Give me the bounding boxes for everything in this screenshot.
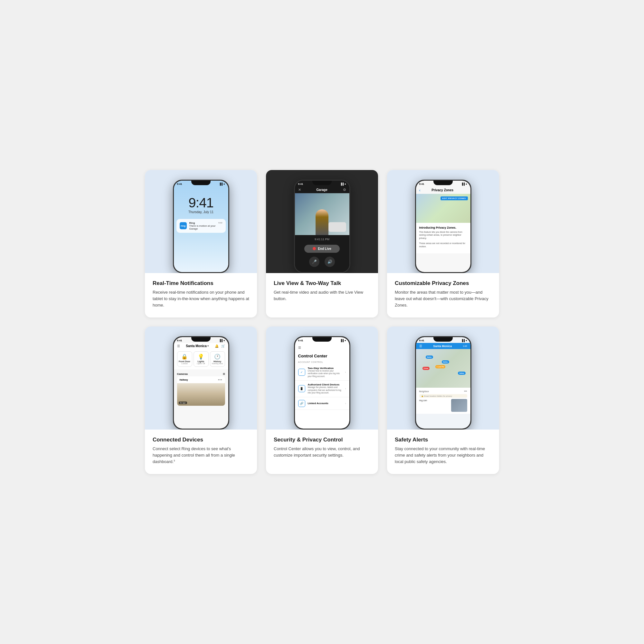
card-title-notifications: Real-Time Notifications	[153, 280, 249, 287]
hallway-item[interactable]: Hallway ••• 3s ago	[177, 376, 225, 406]
hallway-name: Hallway	[180, 379, 188, 381]
close-icon[interactable]: ✕	[298, 188, 301, 192]
card-live-view: 9:41 ▐ ▌● ✕ Garage ⚙ 9:41:11 PM	[266, 170, 378, 317]
video-car	[328, 222, 346, 232]
ring-app-icon: ring	[180, 222, 187, 229]
feature-grid: 9:41 ▐ ▌● 9:41 Thursday, July 11 ring	[145, 170, 499, 474]
card-title-live-view: Live View & Two-Way Talk	[274, 280, 370, 287]
video-person	[316, 209, 328, 235]
lock-icon: 🔒	[179, 354, 191, 360]
card-privacy-zones: 9:41 ▐ ▌● ‹ Privacy Zones EDIT PRIVACY Z…	[387, 170, 499, 317]
chevron-right-icon-1: ›	[345, 387, 346, 390]
menu-icon-5[interactable]: ☰	[298, 346, 301, 349]
card-image-safety: 9:41 ▐ ▌● ☰ Santa Monica List Safety Saf…	[387, 327, 499, 430]
card-title-safety: Safety Alerts	[395, 437, 491, 443]
status-icons-4: ▐ ▌●	[219, 339, 225, 342]
status-icons-3: ▐ ▌●	[461, 183, 467, 185]
devices-screen: 9:41 ▐ ▌● ☰ Santa Monica ▾ 🔔 🛒	[174, 337, 228, 429]
gear-icon[interactable]: ⚙	[343, 188, 346, 192]
phone-notch	[191, 181, 211, 185]
devices-action-icons: 🔔 🛒	[215, 344, 225, 348]
phone-screen-6: 9:41 ▐ ▌● ☰ Santa Monica List Safety Saf…	[416, 337, 470, 429]
card-security: 9:41 ▐ ▌● ☰ Control Center Account Contr…	[266, 327, 378, 474]
lock-small-icon: 🔒	[421, 395, 423, 397]
notif-text: Ring now There is motion at your Garage	[189, 222, 223, 230]
menu-icon[interactable]: ☰	[177, 344, 180, 348]
bell-icon[interactable]: 🔔	[215, 344, 219, 348]
dropdown-arrow-icon[interactable]: ▾	[207, 345, 209, 347]
end-live-button[interactable]: End Live	[304, 245, 340, 253]
shortcut-lights[interactable]: 💡 Lights Lights Off	[194, 351, 209, 367]
lock-screen: 9:41 ▐ ▌● 9:41 Thursday, July 11 ring	[174, 181, 228, 272]
cameras-section: Cameras ⊞ Hallway ••• 3s ago	[174, 371, 228, 406]
account-control-label: Account Control	[295, 360, 349, 364]
phone-notifications: 9:41 ▐ ▌● 9:41 Thursday, July 11 ring	[173, 180, 229, 273]
status-icons: ▐ ▌●	[219, 183, 225, 185]
two-step-icon: ✓	[298, 369, 305, 376]
privacy-intro-title: Introducing Privacy Zones.	[419, 226, 467, 229]
privacy-intro-text2: These areas are not recorded or monitore…	[419, 242, 467, 248]
list-button[interactable]: List	[463, 345, 467, 347]
card-image-devices: 9:41 ▐ ▌● ☰ Santa Monica ▾ 🔔 🛒	[145, 327, 257, 430]
phone-notch-2	[312, 181, 332, 185]
phone-live-view: 9:41 ▐ ▌● ✕ Garage ⚙ 9:41:11 PM	[294, 180, 350, 273]
phone-notch-6	[433, 337, 453, 342]
notif-app-name: Ring	[189, 222, 195, 224]
chevron-right-icon-2: ›	[345, 402, 346, 405]
card-desc-devices: Connect select Ring devices to see what'…	[153, 446, 249, 465]
neighbor-post-image	[451, 399, 467, 412]
more-options-safety[interactable]: •••	[464, 390, 467, 393]
card-desc-notifications: Receive real-time notifications on your …	[153, 289, 249, 308]
neighbor-card: Neighbor ••• 🔒 Exact location hidden for…	[416, 388, 470, 414]
cart-icon[interactable]: 🛒	[221, 344, 225, 348]
shortcut-history[interactable]: 🕐 History Nothing New	[210, 351, 225, 367]
security-item-0[interactable]: ✓ Two-Step Verification Choose how to re…	[295, 364, 349, 381]
security-item-desc-0: Choose how to receive your verification …	[308, 370, 343, 378]
shortcut-status-0: Locked	[179, 363, 191, 365]
card-notifications: 9:41 ▐ ▌● 9:41 Thursday, July 11 ring	[145, 170, 257, 317]
grid-icon[interactable]: ⊞	[223, 373, 225, 375]
security-item-text-2: Linked Accounts	[308, 402, 343, 405]
privacy-content: Introducing Privacy Zones. This feature …	[416, 223, 470, 253]
shortcut-front-door[interactable]: 🔒 Front Door Locked	[177, 351, 192, 367]
card-title-devices: Connected Devices	[153, 437, 249, 443]
footnote: 3	[174, 459, 175, 462]
devices-header: ☰ Santa Monica ▾ 🔔 🛒	[174, 343, 228, 349]
link-icon: 🔗	[298, 400, 305, 407]
security-screen: 9:41 ▐ ▌● ☰ Control Center Account Contr…	[295, 337, 349, 429]
security-header: ☰	[295, 343, 349, 351]
phone-screen-4: 9:41 ▐ ▌● ☰ Santa Monica ▾ 🔔 🛒	[174, 337, 228, 429]
map-area: Safety Safety Crime Safety 1 Lost Pet	[416, 349, 470, 388]
mute-button[interactable]: 🎤	[309, 257, 319, 267]
devices-icon: 📱	[298, 385, 305, 392]
security-item-name-0: Two-Step Verification	[308, 367, 343, 370]
security-item-1[interactable]: 📱 Authorized Client Devices Manage the p…	[295, 381, 349, 397]
shortcut-name-1: Lights	[195, 360, 207, 363]
card-content-security: Security & Privacy Control Control Cente…	[266, 430, 378, 468]
speaker-button[interactable]: 🔊	[325, 257, 335, 267]
card-desc-privacy: Monitor the areas that matter most to yo…	[395, 289, 491, 308]
phone-screen: 9:41 ▐ ▌● 9:41 Thursday, July 11 ring	[174, 181, 228, 272]
shortcut-status-1: Lights Off	[195, 363, 207, 365]
menu-icon-6[interactable]: ☰	[419, 344, 422, 348]
cameras-label: Cameras	[177, 373, 188, 375]
security-item-desc-1: Manage the phones, tablets and computers…	[308, 386, 343, 394]
security-item-2[interactable]: 🔗 Linked Accounts ›	[295, 397, 349, 410]
live-title: Garage	[316, 188, 327, 192]
privacy-screen: 9:41 ▐ ▌● ‹ Privacy Zones EDIT PRIVACY Z…	[416, 181, 470, 272]
lock-date: Thursday, July 11	[174, 210, 228, 214]
card-title-privacy: Customizable Privacy Zones	[395, 280, 491, 287]
card-desc-safety: Stay connected to your community with re…	[395, 446, 491, 465]
phone-screen-2: 9:41 ▐ ▌● ✕ Garage ⚙ 9:41:11 PM	[295, 181, 349, 272]
edit-privacy-zones-button[interactable]: EDIT PRIVACY ZONES	[440, 196, 468, 200]
card-desc-live-view: Get real-time video and audio with the L…	[274, 289, 370, 302]
map-pin-safety-3: Safety	[458, 372, 465, 375]
privacy-header: ‹ Privacy Zones	[416, 186, 470, 194]
map-pin-crime: Crime	[422, 367, 430, 370]
back-arrow-icon[interactable]: ‹	[419, 188, 421, 193]
card-content-live-view: Live View & Two-Way Talk Get real-time v…	[266, 273, 378, 311]
safety-header: ☰ Santa Monica List	[416, 343, 470, 349]
more-options-icon[interactable]: •••	[218, 378, 223, 382]
privacy-note: 🔒 Exact location hidden for privacy	[419, 394, 467, 398]
shortcut-name-2: History	[212, 360, 223, 363]
